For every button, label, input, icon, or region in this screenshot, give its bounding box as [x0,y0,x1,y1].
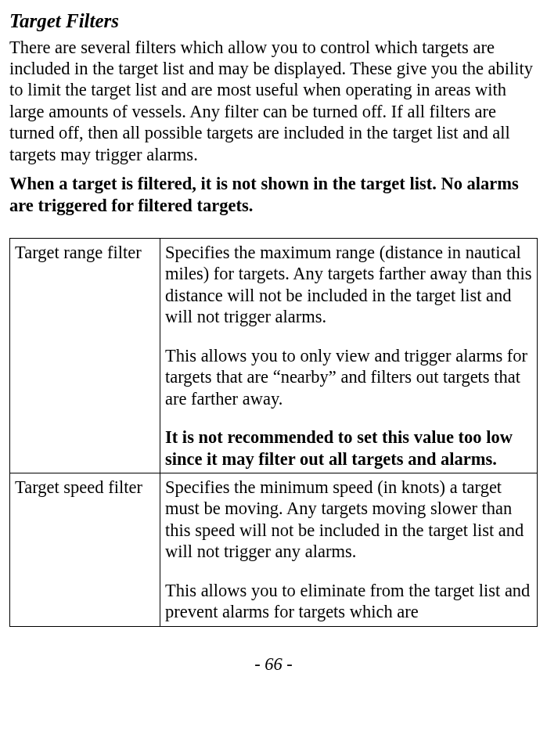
desc-paragraph: This allows you to eliminate from the ta… [165,580,532,623]
filter-desc-cell: Specifies the minimum speed (in knots) a… [160,473,538,626]
filter-name-cell: Target speed filter [10,473,160,626]
table-row: Target speed filter Specifies the minimu… [10,473,538,626]
filter-desc-cell: Specifies the maximum range (distance in… [160,239,538,473]
filter-name-cell: Target range filter [10,239,160,473]
page-number: - 66 - [9,653,538,675]
section-heading: Target Filters [9,9,538,34]
filters-table: Target range filter Specifies the maximu… [9,238,538,627]
desc-paragraph-bold: It is not recommended to set this value … [165,427,532,470]
table-row: Target range filter Specifies the maximu… [10,239,538,473]
desc-paragraph: Specifies the maximum range (distance in… [165,242,532,328]
desc-paragraph: This allows you to only view and trigger… [165,345,532,409]
intro-paragraph: There are several filters which allow yo… [9,37,538,166]
emphasis-paragraph: When a target is filtered, it is not sho… [9,173,538,216]
desc-paragraph: Specifies the minimum speed (in knots) a… [165,477,532,563]
